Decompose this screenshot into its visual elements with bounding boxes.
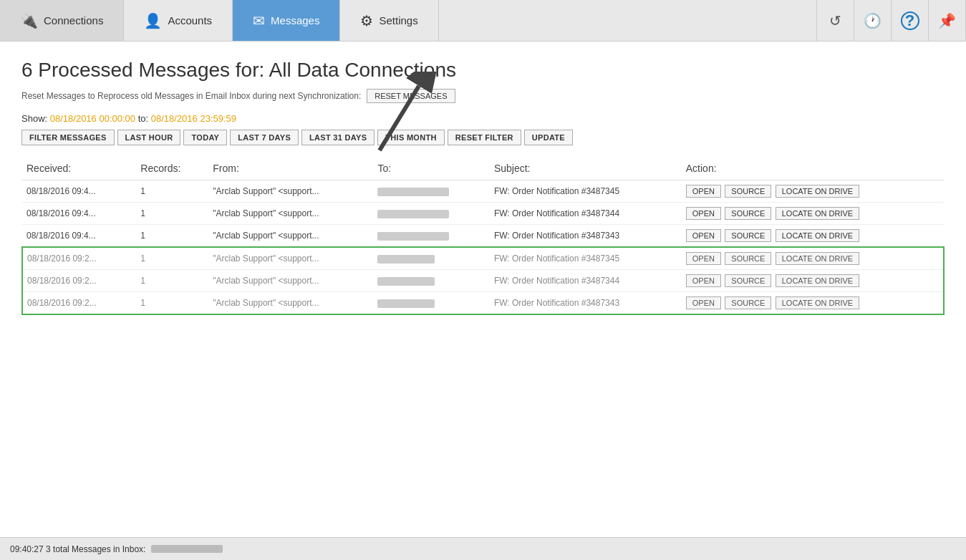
cell-action: OPEN SOURCE LOCATE ON DRIVE (682, 292, 944, 315)
cell-from: "Arclab Support" <support... (208, 203, 373, 225)
reset-messages-button[interactable]: RESET MESSAGES (367, 89, 455, 103)
source-button[interactable]: SOURCE (725, 274, 771, 287)
refresh-button[interactable]: ↺ (817, 0, 854, 42)
cell-records: 1 (136, 203, 208, 225)
tab-messages-label: Messages (271, 14, 319, 26)
tab-settings[interactable]: ⚙ Settings (340, 0, 438, 41)
cell-received: 08/18/2016 09:2... (22, 247, 136, 270)
source-button[interactable]: SOURCE (725, 296, 771, 309)
open-button[interactable]: OPEN (686, 296, 721, 309)
cell-action: OPEN SOURCE LOCATE ON DRIVE (682, 247, 944, 270)
cell-from: "Arclab Support" <support... (208, 225, 373, 248)
reset-filter-button[interactable]: RESET FILTER (448, 130, 521, 145)
help-icon: ? (901, 11, 919, 30)
cell-records: 1 (136, 225, 208, 248)
connections-icon: 🔌 (20, 12, 38, 29)
cell-action: OPEN SOURCE LOCATE ON DRIVE (682, 180, 944, 203)
cell-from: "Arclab Support" <support... (208, 270, 373, 292)
source-button[interactable]: SOURCE (725, 229, 771, 242)
show-label: Show: (21, 113, 47, 124)
tab-accounts-label: Accounts (168, 14, 212, 26)
refresh-icon: ↺ (829, 12, 841, 29)
date-separator: to: (138, 113, 151, 124)
open-button[interactable]: OPEN (686, 274, 721, 287)
history-button[interactable]: 🕐 (854, 0, 892, 42)
cell-from: "Arclab Support" <support... (208, 180, 373, 203)
cell-subject: FW: Order Notification #3487344 (490, 270, 682, 292)
table-row-highlighted: 08/18/2016 09:2... 1 "Arclab Support" <s… (22, 247, 944, 270)
cell-subject: FW: Order Notification #3487345 (490, 247, 682, 270)
cell-subject: FW: Order Notification #3487343 (490, 225, 682, 248)
last-7-days-button[interactable]: LAST 7 DAYS (230, 130, 299, 145)
locate-on-drive-button[interactable]: LOCATE ON DRIVE (776, 229, 859, 242)
pin-icon: 📌 (938, 12, 956, 29)
this-month-button[interactable]: THIS MONTH (377, 130, 444, 145)
table-row: 08/18/2016 09:4... 1 "Arclab Support" <s… (22, 180, 944, 203)
locate-on-drive-button[interactable]: LOCATE ON DRIVE (776, 252, 859, 265)
col-to: To: (373, 158, 490, 180)
table-row: 08/18/2016 09:4... 1 "Arclab Support" <s… (22, 225, 944, 248)
last-hour-button[interactable]: LAST HOUR (117, 130, 181, 145)
cell-records: 1 (136, 292, 208, 315)
messages-icon: ✉ (253, 12, 265, 29)
cell-action: OPEN SOURCE LOCATE ON DRIVE (682, 203, 944, 225)
nav-tools: ↺ 🕐 ? 📌 (816, 0, 966, 41)
cell-to (373, 180, 490, 203)
show-row: Show: 08/18/2016 00:00:00 to: 08/18/2016… (21, 113, 945, 124)
open-button[interactable]: OPEN (686, 207, 721, 220)
open-button[interactable]: OPEN (686, 252, 721, 265)
locate-on-drive-button[interactable]: LOCATE ON DRIVE (776, 207, 859, 220)
source-button[interactable]: SOURCE (725, 185, 771, 198)
locate-on-drive-button[interactable]: LOCATE ON DRIVE (776, 185, 859, 198)
cell-received: 08/18/2016 09:4... (22, 203, 136, 225)
tab-connections[interactable]: 🔌 Connections (0, 0, 124, 41)
cell-subject: FW: Order Notification #3487345 (490, 180, 682, 203)
locate-on-drive-button[interactable]: LOCATE ON DRIVE (776, 274, 859, 287)
open-button[interactable]: OPEN (686, 185, 721, 198)
date-from: 08/18/2016 00:00:00 (50, 113, 135, 124)
settings-icon: ⚙ (360, 12, 373, 29)
tab-messages[interactable]: ✉ Messages (233, 0, 340, 41)
col-received: Received: (22, 158, 136, 180)
tab-accounts[interactable]: 👤 Accounts (124, 0, 233, 41)
reset-row: Reset Messages to Reprocess old Messages… (21, 89, 945, 103)
cell-to (373, 270, 490, 292)
tab-connections-label: Connections (44, 14, 103, 26)
table-row-highlighted: 08/18/2016 09:2... 1 "Arclab Support" <s… (22, 270, 944, 292)
cell-to (373, 225, 490, 248)
cell-to (373, 292, 490, 315)
cell-action: OPEN SOURCE LOCATE ON DRIVE (682, 225, 944, 248)
source-button[interactable]: SOURCE (725, 252, 771, 265)
cell-received: 08/18/2016 09:2... (22, 270, 136, 292)
table-row-highlighted: 08/18/2016 09:2... 1 "Arclab Support" <s… (22, 292, 944, 315)
source-button[interactable]: SOURCE (725, 207, 771, 220)
help-button[interactable]: ? (892, 0, 929, 42)
messages-table: Received: Records: From: To: Subject: Ac… (21, 158, 945, 315)
filter-buttons: FILTER MESSAGES LAST HOUR TODAY LAST 7 D… (21, 130, 945, 145)
cell-action: OPEN SOURCE LOCATE ON DRIVE (682, 270, 944, 292)
cell-received: 08/18/2016 09:2... (22, 292, 136, 315)
open-button[interactable]: OPEN (686, 229, 721, 242)
locate-on-drive-button[interactable]: LOCATE ON DRIVE (776, 296, 859, 309)
cell-to (373, 203, 490, 225)
accounts-icon: 👤 (144, 12, 162, 29)
top-nav: 🔌 Connections 👤 Accounts ✉ Messages ⚙ Se… (0, 0, 966, 42)
filter-messages-button[interactable]: FILTER MESSAGES (21, 130, 115, 145)
col-records: Records: (136, 158, 208, 180)
last-31-days-button[interactable]: LAST 31 DAYS (301, 130, 375, 145)
update-button[interactable]: UPDATE (524, 130, 573, 145)
table-row: 08/18/2016 09:4... 1 "Arclab Support" <s… (22, 203, 944, 225)
cell-subject: FW: Order Notification #3487344 (490, 203, 682, 225)
main-content: 6 Processed Messages for: All Data Conne… (0, 42, 966, 537)
col-from: From: (208, 158, 373, 180)
today-button[interactable]: TODAY (183, 130, 227, 145)
cell-to (373, 247, 490, 270)
cell-from: "Arclab Support" <support... (208, 247, 373, 270)
date-to: 08/18/2016 23:59:59 (151, 113, 236, 124)
col-action: Action: (682, 158, 944, 180)
col-subject: Subject: (490, 158, 682, 180)
cell-subject: FW: Order Notification #3487343 (490, 292, 682, 315)
tab-settings-label: Settings (379, 14, 417, 26)
pin-button[interactable]: 📌 (929, 0, 966, 42)
page-title: 6 Processed Messages for: All Data Conne… (21, 59, 945, 82)
